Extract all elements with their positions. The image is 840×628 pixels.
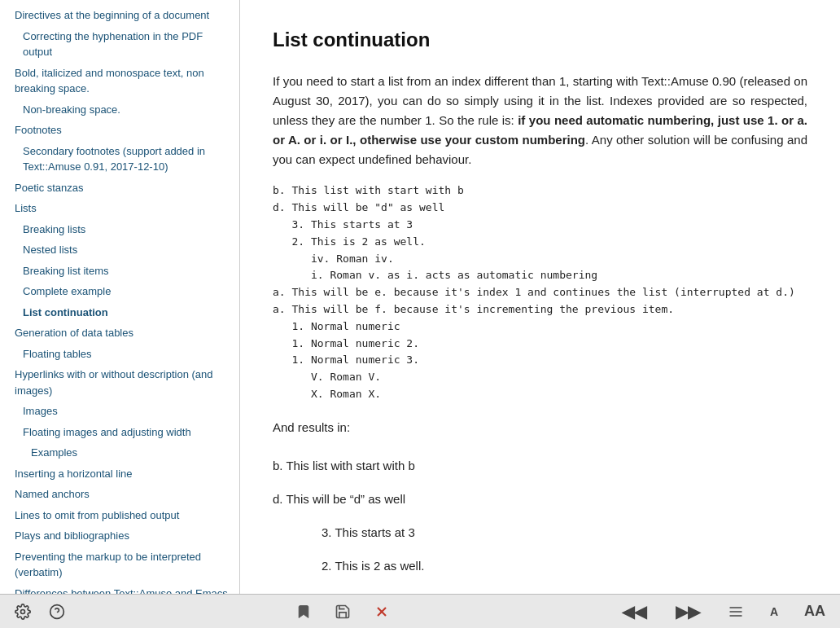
- sidebar-item-hyperlinks[interactable]: Hyperlinks with or without description (…: [0, 364, 239, 401]
- sidebar-item-examples[interactable]: Examples: [0, 442, 239, 463]
- result-d: d. This will be “d” as well: [273, 488, 807, 510]
- sidebar-item-directives[interactable]: Directives at the beginning of a documen…: [0, 5, 239, 26]
- intro-paragraph: If you need to start a list from an inde…: [273, 72, 807, 169]
- sidebar-item-generation-of-data-tables[interactable]: Generation of data tables: [0, 323, 239, 344]
- sidebar-item-floating-images[interactable]: Floating images and adjusting width: [0, 422, 239, 443]
- bookmark-icon: [295, 604, 312, 620]
- sidebar-item-poetic-stanzas[interactable]: Poetic stanzas: [0, 178, 239, 199]
- settings-icon: [15, 604, 31, 620]
- result-iv: iv. Roman iv.: [354, 588, 807, 594]
- result-b: b. This list with start with b: [273, 455, 807, 476]
- result-3: 3. This starts at 3: [322, 521, 807, 543]
- sidebar-item-nested-lists[interactable]: Nested lists: [0, 239, 239, 261]
- toolbar-center: [291, 600, 395, 623]
- content-area: Directives at the beginning of a documen…: [0, 0, 840, 594]
- sidebar-item-breaking-list-items[interactable]: Breaking list items: [0, 261, 239, 282]
- sidebar-item-non-breaking[interactable]: Non-breaking space.: [0, 99, 239, 121]
- save-button[interactable]: [330, 600, 356, 623]
- app-container: Directives at the beginning of a documen…: [0, 0, 840, 628]
- save-icon: [335, 604, 351, 620]
- page-title: List continuation: [273, 24, 807, 55]
- sidebar-item-footnotes[interactable]: Footnotes: [0, 120, 239, 141]
- sidebar-item-breaking-lists[interactable]: Breaking lists: [0, 219, 239, 240]
- sidebar-item-complete-example[interactable]: Complete example: [0, 281, 239, 302]
- sidebar-item-bold-italic[interactable]: Bold, italicized and monospace text, non…: [0, 63, 239, 99]
- nav-first-button[interactable]: ◀◀: [615, 599, 653, 625]
- sidebar-item-differences[interactable]: Differences between Text::Amuse and Emac…: [0, 583, 239, 595]
- sidebar-item-preventing-markup[interactable]: Preventing the markup to be interpreted …: [0, 547, 239, 583]
- sidebar-item-images[interactable]: Images: [0, 401, 239, 422]
- font-larger-button[interactable]: AA: [799, 599, 830, 623]
- sidebar-item-list-continuation[interactable]: List continuation: [0, 302, 239, 323]
- settings-button[interactable]: [10, 600, 36, 623]
- main-content: List continuation If you need to start a…: [240, 0, 840, 594]
- toc-icon: [728, 604, 744, 620]
- result-2: 2. This is 2 as well.: [322, 555, 807, 577]
- nav-last-button[interactable]: ▶▶: [669, 599, 707, 625]
- sidebar-item-plays-bibliographies[interactable]: Plays and bibliographies: [0, 525, 239, 547]
- bottom-toolbar: ◀◀ ▶▶ A AA: [0, 594, 840, 628]
- help-icon: [49, 604, 65, 620]
- results-label: And results in:: [273, 416, 807, 438]
- code-block: b. This list with start with b d. This w…: [273, 182, 807, 402]
- sidebar-item-lists[interactable]: Lists: [0, 198, 239, 219]
- close-button[interactable]: [369, 600, 395, 623]
- svg-point-0: [21, 609, 25, 613]
- result-section: b. This list with start with b d. This w…: [273, 455, 807, 594]
- sidebar-item-lines-to-omit[interactable]: Lines to omit from published output: [0, 505, 239, 526]
- sidebar-item-named-anchors[interactable]: Named anchors: [0, 484, 239, 505]
- toc-button[interactable]: [723, 600, 749, 623]
- toolbar-left: [10, 600, 70, 623]
- sidebar: Directives at the beginning of a documen…: [0, 0, 240, 594]
- help-button[interactable]: [44, 600, 70, 623]
- bookmark-button[interactable]: [291, 600, 317, 623]
- toolbar-right: ◀◀ ▶▶ A AA: [615, 599, 830, 625]
- sidebar-item-inserting-horizontal[interactable]: Inserting a horizontal line: [0, 463, 239, 485]
- sidebar-item-floating-tables[interactable]: Floating tables: [0, 344, 239, 365]
- close-icon: [374, 604, 390, 620]
- sidebar-item-secondary-footnotes[interactable]: Secondary footnotes (support added in Te…: [0, 141, 239, 178]
- sidebar-item-correcting[interactable]: Correcting the hyphenation in the PDF ou…: [0, 26, 239, 63]
- font-smaller-button[interactable]: A: [765, 602, 783, 621]
